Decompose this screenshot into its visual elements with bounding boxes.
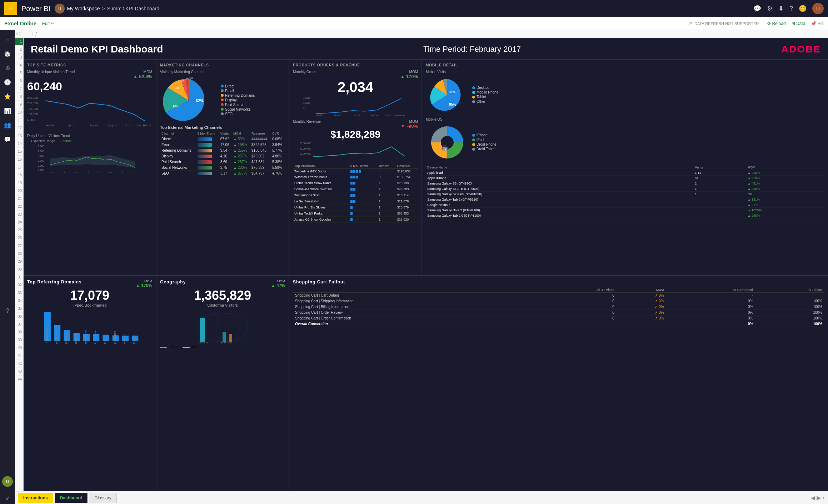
settings-icon[interactable]: ⚙ [767, 5, 773, 12]
tab-dashboard[interactable]: Dashboard [55, 493, 88, 503]
referring-mom: MOM ▲ 170% [136, 279, 152, 288]
svg-rect-63 [350, 218, 353, 221]
sidebar-collapse-icon[interactable]: ↙ [1, 491, 14, 504]
tab-add-button[interactable]: + [822, 495, 825, 501]
col-device: Device Name [426, 165, 693, 170]
mom-value: ▲ 255% [232, 148, 250, 153]
cvr-value: 4.80% [271, 153, 285, 159]
svg-text:Aug-16: Aug-16 [371, 114, 378, 116]
revenue-header: Monthly Revenue MOM 🔻 -90% [293, 120, 418, 129]
svg-text:1,000: 1,000 [38, 169, 44, 171]
table-row: Bonneville Shore Swimsuit 2 $46,383 [293, 186, 418, 192]
svg-rect-61 [350, 206, 353, 209]
row-num-32: 32 [15, 281, 23, 289]
svg-text:2/13: 2/13 [96, 171, 101, 173]
legend-paid-search: Paid Search [221, 103, 255, 107]
sidebar-help-icon[interactable]: ? [1, 304, 14, 317]
row-num-37: 37 [15, 321, 23, 328]
legend-feb17: Feb-17 [160, 345, 179, 349]
help-icon[interactable]: ? [789, 5, 793, 12]
row-num-42: 42 [15, 360, 23, 368]
geo-legend: Feb-17 Jan-17 [160, 345, 285, 349]
table-row: Timberline GTX Boots 4 $195,838 [293, 169, 418, 174]
svg-text:3,000: 3,000 [38, 160, 44, 162]
table-row: Referring Domains 9,54 ▲ 255% $160,545 5… [160, 148, 285, 153]
row-num-14: 14 [15, 140, 23, 148]
svg-rect-52 [356, 176, 358, 178]
cvr-value: 4.76% [271, 171, 285, 176]
refresh-info: ⏱ DATA REFRESH NOT SUPPORTED [688, 21, 759, 26]
tab-instructions[interactable]: Instructions [18, 493, 53, 503]
svg-text:reddit.com: reddit.com [75, 333, 77, 344]
svg-text:60,000,000: 60,000,000 [300, 142, 311, 145]
expected-range-legend: — Expected Range [27, 139, 55, 143]
tab-glossary[interactable]: Glossary [89, 493, 116, 503]
row-num-3: 3 [15, 54, 23, 61]
breadcrumb-separator: > [102, 6, 105, 11]
svg-rect-54 [353, 182, 355, 185]
sidebar-menu-icon[interactable]: ≡ [1, 33, 14, 46]
svg-text:2/7: 2/7 [74, 171, 77, 173]
sidebar-add-icon[interactable]: ⊕ [1, 61, 14, 74]
products-table: Top Products 6 Mo. Trend Orders Revenue … [293, 163, 418, 223]
trend-sparkline [196, 148, 219, 153]
orders-mom-label: MOM [400, 70, 418, 74]
svg-rect-48 [356, 170, 358, 173]
sidebar-favorites-icon[interactable]: ⭐ [1, 90, 14, 103]
referring-domains-section: Top Referring Domains MOM ▲ 170% 17,079 … [24, 276, 156, 492]
user-avatar[interactable]: U [55, 4, 65, 14]
svg-text:California: California [199, 341, 208, 343]
sidebar-history-icon[interactable]: 🕐 [1, 76, 14, 89]
breadcrumb-page: Summit KPI Dashboard [107, 6, 159, 11]
legend-tablet: Tablet [472, 95, 498, 99]
tab-scroll-left[interactable]: ◀ [811, 494, 815, 501]
account-avatar[interactable]: U [812, 3, 824, 14]
table-row: Shopping Cart | Shipping Information 0 ↗… [293, 298, 824, 304]
svg-text:t.co: t.co [104, 340, 106, 344]
sidebar-people-icon[interactable]: 👥 [1, 119, 14, 131]
channel-name: Paid Search [160, 159, 196, 165]
sidebar-user-avatar[interactable]: U [2, 476, 13, 487]
svg-text:Apr-16: Apr-16 [68, 124, 75, 127]
referring-title: Top Referring Domains [27, 279, 82, 284]
visits-value: 3,75 [219, 165, 232, 171]
trend-sparkline [196, 165, 219, 171]
svg-text:4%: 4% [175, 86, 179, 90]
legend-iphone: iPhone [472, 133, 497, 137]
svg-text:facebook.com: facebook.com [94, 329, 96, 344]
row-num-25: 25 [15, 226, 23, 234]
svg-text:bestbargains: bestbargains [114, 331, 116, 343]
brand-name: Power BI [21, 5, 50, 13]
svg-rect-53 [350, 182, 353, 185]
svg-text:100,000: 100,000 [27, 113, 38, 116]
svg-text:62%: 62% [196, 99, 204, 103]
mom-value: ▲ 257% [232, 153, 250, 159]
geography-title: Geography [160, 279, 186, 284]
data-button[interactable]: ⊞ Data [792, 21, 805, 26]
tab-scroll-right[interactable]: ▶ [817, 494, 821, 501]
emoji-icon[interactable]: 😊 [799, 5, 807, 12]
svg-text:Feb-16: Feb-16 [316, 114, 323, 116]
reload-button[interactable]: ⟳ Reload [767, 21, 785, 26]
row-num-13: 13 [15, 132, 23, 140]
download-icon[interactable]: ⬇ [778, 5, 784, 12]
svg-text:2/16: 2/16 [108, 171, 113, 173]
sidebar-reports-icon[interactable]: 📊 [1, 104, 14, 117]
overall-conversion-row: Overall Conversion 0% 100% [293, 321, 824, 327]
chat-icon[interactable]: 💬 [753, 5, 761, 12]
monthly-visitors-chart: 250,000 200,000 150,000 100,000 50,000 F… [27, 94, 152, 130]
table-row: Direct 67,92 ▲ 59% ######## 0.08% [160, 136, 285, 142]
breadcrumb-workspace[interactable]: My Workspace [67, 6, 100, 11]
sidebar-chat-icon[interactable]: 💬 [1, 133, 14, 146]
formula-icon: ƒ [33, 32, 40, 36]
sidebar-home-icon[interactable]: 🏠 [1, 47, 14, 60]
col-fallout: % Fallout [755, 287, 824, 293]
pin-button[interactable]: 📌 Pin [811, 21, 824, 26]
row-num-5: 5 [15, 69, 23, 77]
svg-text:Feb-16: Feb-16 [45, 124, 54, 127]
svg-rect-49 [359, 170, 361, 173]
svg-text:3%: 3% [181, 80, 184, 82]
svg-text:16%: 16% [173, 105, 179, 108]
edit-button[interactable]: Edit ✏ [42, 21, 54, 26]
breadcrumb: U My Workspace > Summit KPI Dashboard [55, 4, 159, 14]
